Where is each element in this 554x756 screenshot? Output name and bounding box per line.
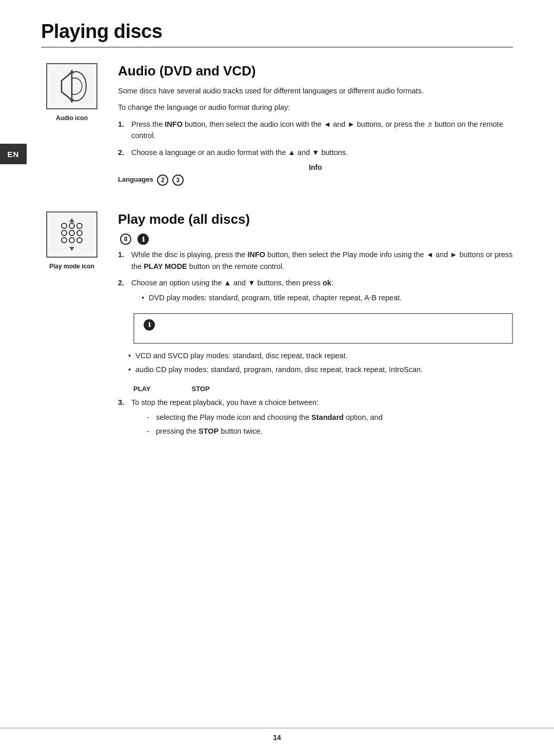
audio-section-heading: Audio (DVD and VCD)	[118, 63, 513, 79]
footer-divider	[0, 728, 554, 728]
circle-icon-3: 3	[172, 175, 184, 186]
languages-label: Languages	[118, 176, 153, 184]
play-mode-section: Play mode icon Play mode (all discs) 8 ℹ…	[41, 211, 513, 445]
play-mode-steps: 1. While the disc is playing, press the …	[118, 249, 513, 307]
svg-point-10	[69, 238, 74, 243]
svg-marker-0	[62, 72, 72, 100]
main-content: Playing discs	[41, 0, 513, 445]
svg-point-11	[77, 238, 82, 243]
audio-section: Audio icon Audio (DVD and VCD) Some disc…	[41, 63, 513, 196]
page-footer: 14	[0, 728, 554, 742]
play-mode-step1: 1. While the disc is playing, press the …	[118, 249, 513, 272]
audio-steps: 1. Press the INFO button, then select th…	[118, 119, 513, 158]
play-mode-icon-label: Play mode icon	[49, 263, 94, 270]
svg-point-3	[62, 223, 67, 228]
play-stop-row: PLAY STOP	[133, 385, 513, 393]
svg-point-7	[69, 230, 74, 236]
circle-icon-2: 2	[157, 175, 168, 186]
play-mode-step2-num: 2.	[118, 277, 127, 307]
play-mode-step2-text: Choose an option using the ▲ and ▼ butto…	[131, 277, 513, 307]
play-mode-step1-text: While the disc is playing, press the INF…	[131, 249, 513, 272]
vcd-modes-list: VCD and SVCD play modes: standard, disc …	[128, 350, 513, 376]
play-mode-icon-box	[46, 211, 97, 258]
en-badge-text: EN	[8, 150, 19, 159]
play-label: PLAY	[133, 385, 150, 393]
info-note-box: ℹ	[133, 313, 513, 344]
play-mode-content: Play mode (all discs) 8 ℹ 1. While the d…	[118, 211, 513, 445]
title-divider	[41, 47, 513, 48]
page-title: Playing discs	[41, 21, 513, 43]
audio-step2-num: 2.	[118, 147, 127, 158]
stop-label: STOP	[191, 385, 209, 393]
en-badge: EN	[0, 144, 27, 164]
svg-marker-12	[69, 218, 74, 222]
audio-step1-num: 1.	[118, 119, 127, 142]
play-mode-step2: 2. Choose an option using the ▲ and ▼ bu…	[118, 277, 513, 307]
audio-step1-text: Press the INFO button, then select the a…	[131, 119, 513, 142]
stop-option-1: selecting the Play mode icon and choosin…	[147, 412, 513, 423]
audio-desc1: Some discs have several audio tracks use…	[118, 85, 513, 96]
page-number: 14	[273, 733, 281, 742]
svg-point-5	[77, 223, 82, 228]
play-mode-circle-icons: 8 ℹ	[118, 234, 513, 245]
svg-point-6	[62, 230, 67, 236]
audio-icon-box	[46, 63, 97, 109]
info-label: Info	[118, 163, 513, 171]
stop-option-2: pressing the STOP button twice.	[147, 425, 513, 437]
audio-section-content: Audio (DVD and VCD) Some discs have seve…	[118, 63, 513, 196]
dvd-modes-list: DVD play modes: standard, program, title…	[142, 292, 513, 304]
play-mode-heading: Play mode (all discs)	[118, 211, 513, 227]
audio-desc2: To change the language or audio format d…	[118, 102, 513, 113]
circle-icon-8: 8	[120, 234, 131, 245]
vcd-modes-item: VCD and SVCD play modes: standard, disc …	[128, 350, 513, 362]
svg-point-4	[69, 223, 74, 228]
play-mode-icon-col: Play mode icon	[41, 211, 103, 445]
stop-options-list: selecting the Play mode icon and choosin…	[147, 412, 513, 437]
play-mode-step3-num: 3.	[118, 397, 127, 440]
audio-step2-text: Choose a language or an audio format wit…	[131, 147, 513, 158]
audio-icon-col: Audio icon	[41, 63, 103, 196]
play-mode-step1-num: 1.	[118, 249, 127, 272]
svg-point-8	[77, 230, 82, 236]
dvd-modes-item: DVD play modes: standard, program, title…	[142, 292, 513, 304]
circle-icon-1a: ℹ	[137, 234, 149, 245]
page-container: EN Playing discs	[0, 0, 554, 756]
play-mode-step3-text: To stop the repeat playback, you have a …	[131, 397, 513, 440]
svg-marker-13	[69, 247, 74, 251]
audiocd-modes-item: audio CD play modes: standard, program, …	[128, 364, 513, 376]
info-note-icon: ℹ	[144, 319, 155, 331]
play-mode-step3: 3. To stop the repeat playback, you have…	[118, 397, 513, 440]
audio-step2: 2. Choose a language or an audio format …	[118, 147, 513, 158]
audio-step1: 1. Press the INFO button, then select th…	[118, 119, 513, 142]
languages-row: Languages 2 3	[118, 175, 513, 186]
audio-icon-svg	[51, 68, 92, 104]
audio-icon-label: Audio icon	[56, 114, 88, 122]
play-mode-icon-svg	[51, 217, 92, 253]
svg-point-9	[62, 238, 67, 243]
